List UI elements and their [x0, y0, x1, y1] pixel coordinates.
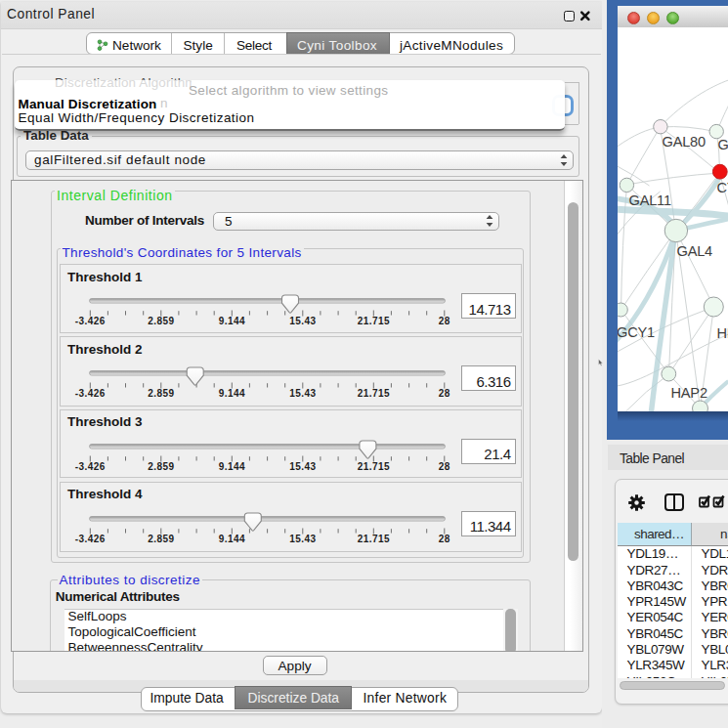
svg-text:9.144: 9.144 [219, 388, 245, 399]
svg-text:2.859: 2.859 [148, 316, 174, 326]
svg-text:15.43: 15.43 [289, 388, 316, 399]
svg-text:21.715: 21.715 [358, 534, 390, 544]
svg-text:-3.426: -3.426 [75, 534, 106, 544]
svg-text:2.859: 2.859 [148, 388, 174, 399]
svg-text:28: 28 [439, 534, 450, 544]
svg-text:2.859: 2.859 [148, 461, 174, 472]
svg-text:GAL4: GAL4 [717, 137, 728, 152]
svg-text:GCY1: GCY1 [618, 324, 655, 340]
svg-text:15.43: 15.43 [289, 461, 316, 472]
svg-text:GAL11: GAL11 [628, 193, 670, 208]
svg-text:21.715: 21.715 [358, 461, 390, 472]
svg-text:-3.426: -3.426 [75, 388, 106, 399]
svg-text:21.715: 21.715 [358, 316, 390, 326]
svg-text:-3.426: -3.426 [75, 461, 106, 472]
svg-text:15.43: 15.43 [289, 316, 316, 326]
svg-text:21.715: 21.715 [358, 388, 390, 399]
svg-text:GAL80: GAL80 [662, 134, 706, 150]
svg-text:9.144: 9.144 [219, 534, 245, 544]
svg-text:HAP2: HAP2 [670, 385, 707, 401]
svg-text:GAL4: GAL4 [676, 243, 712, 259]
svg-text:15.43: 15.43 [289, 534, 316, 544]
svg-text:9.144: 9.144 [219, 316, 245, 326]
svg-text:CYC8: CYC8 [716, 180, 728, 195]
svg-text:HIS4: HIS4 [716, 325, 728, 341]
svg-text:9.144: 9.144 [219, 461, 245, 472]
svg-text:28: 28 [439, 316, 450, 326]
svg-text:2.859: 2.859 [148, 534, 174, 544]
svg-text:28: 28 [439, 461, 450, 472]
svg-text:-3.426: -3.426 [75, 316, 106, 326]
svg-text:28: 28 [439, 388, 450, 399]
